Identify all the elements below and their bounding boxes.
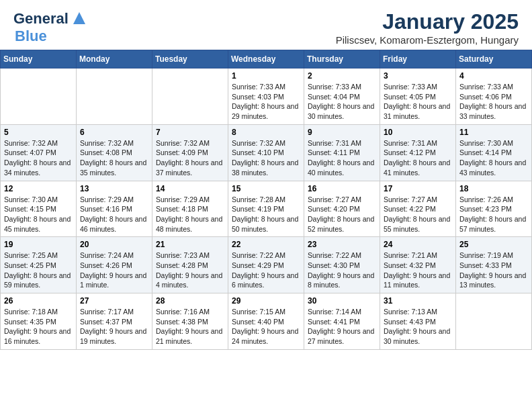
- day-number: 4: [459, 71, 528, 81]
- day-info: Sunrise: 7:33 AM Sunset: 4:05 PM Dayligh…: [384, 82, 452, 122]
- day-info: Sunrise: 7:33 AM Sunset: 4:06 PM Dayligh…: [459, 82, 528, 122]
- day-info: Sunrise: 7:26 AM Sunset: 4:23 PM Dayligh…: [459, 195, 528, 234]
- calendar-table: SundayMondayTuesdayWednesdayThursdayFrid…: [0, 50, 532, 350]
- title-block: January 2025 Piliscsev, Komarom-Esztergo…: [336, 9, 519, 46]
- calendar-cell: 21Sunrise: 7:23 AM Sunset: 4:28 PM Dayli…: [152, 237, 228, 293]
- calendar-cell: 22Sunrise: 7:22 AM Sunset: 4:29 PM Dayli…: [228, 237, 304, 293]
- day-number: 1: [232, 71, 300, 81]
- calendar-cell: 18Sunrise: 7:26 AM Sunset: 4:23 PM Dayli…: [456, 181, 532, 237]
- calendar-cell: 5Sunrise: 7:32 AM Sunset: 4:07 PM Daylig…: [1, 124, 77, 181]
- weekday-header-friday: Friday: [380, 50, 456, 68]
- calendar-cell: 2Sunrise: 7:33 AM Sunset: 4:04 PM Daylig…: [304, 68, 380, 125]
- calendar-cell: 27Sunrise: 7:17 AM Sunset: 4:37 PM Dayli…: [77, 293, 152, 350]
- logo-blue-text: Blue: [15, 28, 47, 44]
- day-number: 14: [156, 184, 224, 193]
- day-number: 30: [308, 296, 376, 306]
- location-subtitle: Piliscsev, Komarom-Esztergom, Hungary: [336, 34, 519, 46]
- day-number: 20: [80, 240, 148, 249]
- weekday-header-monday: Monday: [77, 50, 152, 68]
- day-number: 6: [80, 128, 148, 137]
- weekday-header-saturday: Saturday: [456, 50, 532, 68]
- day-number: 24: [384, 240, 452, 249]
- calendar-cell: 28Sunrise: 7:16 AM Sunset: 4:38 PM Dayli…: [152, 293, 228, 350]
- day-info: Sunrise: 7:14 AM Sunset: 4:41 PM Dayligh…: [308, 307, 376, 347]
- calendar-cell: 29Sunrise: 7:15 AM Sunset: 4:40 PM Dayli…: [228, 293, 304, 350]
- calendar-cell: 26Sunrise: 7:18 AM Sunset: 4:35 PM Dayli…: [1, 293, 77, 350]
- day-info: Sunrise: 7:27 AM Sunset: 4:22 PM Dayligh…: [384, 195, 452, 234]
- day-number: 28: [156, 296, 224, 306]
- weekday-header-wednesday: Wednesday: [228, 50, 304, 68]
- day-info: Sunrise: 7:31 AM Sunset: 4:11 PM Dayligh…: [308, 138, 376, 178]
- day-number: 7: [156, 128, 224, 137]
- day-info: Sunrise: 7:24 AM Sunset: 4:26 PM Dayligh…: [80, 250, 148, 290]
- calendar-cell: 3Sunrise: 7:33 AM Sunset: 4:05 PM Daylig…: [380, 68, 456, 125]
- calendar-week-row: 12Sunrise: 7:30 AM Sunset: 4:15 PM Dayli…: [1, 181, 532, 237]
- calendar-cell: 30Sunrise: 7:14 AM Sunset: 4:41 PM Dayli…: [304, 293, 380, 350]
- day-number: 29: [232, 296, 300, 306]
- calendar-cell: [152, 68, 228, 125]
- calendar-week-row: 19Sunrise: 7:25 AM Sunset: 4:25 PM Dayli…: [1, 237, 532, 293]
- calendar-cell: 25Sunrise: 7:19 AM Sunset: 4:33 PM Dayli…: [456, 237, 532, 293]
- logo-text: General: [13, 10, 85, 27]
- day-number: 3: [384, 71, 452, 81]
- logo: General Blue: [13, 10, 85, 45]
- day-number: 12: [4, 184, 73, 193]
- day-number: 18: [459, 184, 528, 193]
- day-info: Sunrise: 7:25 AM Sunset: 4:25 PM Dayligh…: [4, 250, 73, 290]
- logo-triangle-icon: [73, 12, 85, 24]
- day-number: 23: [308, 240, 376, 249]
- day-number: 25: [459, 240, 528, 249]
- day-info: Sunrise: 7:17 AM Sunset: 4:37 PM Dayligh…: [80, 307, 148, 347]
- page-header: General Blue January 2025 Piliscsev, Kom…: [0, 0, 532, 50]
- calendar-cell: 11Sunrise: 7:30 AM Sunset: 4:14 PM Dayli…: [456, 124, 532, 181]
- day-info: Sunrise: 7:23 AM Sunset: 4:28 PM Dayligh…: [156, 250, 224, 290]
- calendar-week-row: 1Sunrise: 7:33 AM Sunset: 4:03 PM Daylig…: [1, 68, 532, 125]
- calendar-cell: 31Sunrise: 7:13 AM Sunset: 4:43 PM Dayli…: [380, 293, 456, 350]
- day-number: 22: [232, 240, 300, 249]
- calendar-week-row: 26Sunrise: 7:18 AM Sunset: 4:35 PM Dayli…: [1, 293, 532, 350]
- day-info: Sunrise: 7:13 AM Sunset: 4:43 PM Dayligh…: [384, 307, 452, 347]
- day-info: Sunrise: 7:31 AM Sunset: 4:12 PM Dayligh…: [384, 138, 452, 178]
- day-number: 13: [80, 184, 148, 193]
- weekday-header-row: SundayMondayTuesdayWednesdayThursdayFrid…: [1, 50, 532, 68]
- day-number: 10: [384, 128, 452, 137]
- day-info: Sunrise: 7:27 AM Sunset: 4:20 PM Dayligh…: [308, 195, 376, 234]
- day-info: Sunrise: 7:22 AM Sunset: 4:30 PM Dayligh…: [308, 250, 376, 290]
- day-info: Sunrise: 7:32 AM Sunset: 4:10 PM Dayligh…: [232, 138, 300, 178]
- calendar-cell: 19Sunrise: 7:25 AM Sunset: 4:25 PM Dayli…: [1, 237, 77, 293]
- day-number: 27: [80, 296, 148, 306]
- day-number: 17: [384, 184, 452, 193]
- day-number: 21: [156, 240, 224, 249]
- calendar-week-row: 5Sunrise: 7:32 AM Sunset: 4:07 PM Daylig…: [1, 124, 532, 181]
- calendar-cell: 9Sunrise: 7:31 AM Sunset: 4:11 PM Daylig…: [304, 124, 380, 181]
- calendar-cell: [77, 68, 152, 125]
- day-number: 11: [459, 128, 528, 137]
- day-info: Sunrise: 7:30 AM Sunset: 4:15 PM Dayligh…: [4, 195, 73, 234]
- calendar-cell: 13Sunrise: 7:29 AM Sunset: 4:16 PM Dayli…: [77, 181, 152, 237]
- day-info: Sunrise: 7:21 AM Sunset: 4:32 PM Dayligh…: [384, 250, 452, 290]
- day-info: Sunrise: 7:32 AM Sunset: 4:09 PM Dayligh…: [156, 138, 224, 178]
- day-info: Sunrise: 7:16 AM Sunset: 4:38 PM Dayligh…: [156, 307, 224, 347]
- day-number: 5: [4, 128, 73, 137]
- calendar-cell: 8Sunrise: 7:32 AM Sunset: 4:10 PM Daylig…: [228, 124, 304, 181]
- weekday-header-sunday: Sunday: [1, 50, 77, 68]
- calendar-cell: 1Sunrise: 7:33 AM Sunset: 4:03 PM Daylig…: [228, 68, 304, 125]
- day-number: 19: [4, 240, 73, 249]
- day-info: Sunrise: 7:29 AM Sunset: 4:16 PM Dayligh…: [80, 195, 148, 234]
- day-number: 15: [232, 184, 300, 193]
- day-info: Sunrise: 7:32 AM Sunset: 4:08 PM Dayligh…: [80, 138, 148, 178]
- day-info: Sunrise: 7:28 AM Sunset: 4:19 PM Dayligh…: [232, 195, 300, 234]
- calendar-cell: 17Sunrise: 7:27 AM Sunset: 4:22 PM Dayli…: [380, 181, 456, 237]
- calendar-cell: 10Sunrise: 7:31 AM Sunset: 4:12 PM Dayli…: [380, 124, 456, 181]
- day-info: Sunrise: 7:15 AM Sunset: 4:40 PM Dayligh…: [232, 307, 300, 347]
- day-info: Sunrise: 7:18 AM Sunset: 4:35 PM Dayligh…: [4, 307, 73, 347]
- day-number: 2: [308, 71, 376, 81]
- day-number: 8: [232, 128, 300, 137]
- day-info: Sunrise: 7:19 AM Sunset: 4:33 PM Dayligh…: [459, 250, 528, 290]
- day-info: Sunrise: 7:30 AM Sunset: 4:14 PM Dayligh…: [459, 138, 528, 178]
- day-number: 31: [384, 296, 452, 306]
- day-info: Sunrise: 7:22 AM Sunset: 4:29 PM Dayligh…: [232, 250, 300, 290]
- calendar-cell: 23Sunrise: 7:22 AM Sunset: 4:30 PM Dayli…: [304, 237, 380, 293]
- calendar-cell: 15Sunrise: 7:28 AM Sunset: 4:19 PM Dayli…: [228, 181, 304, 237]
- day-number: 16: [308, 184, 376, 193]
